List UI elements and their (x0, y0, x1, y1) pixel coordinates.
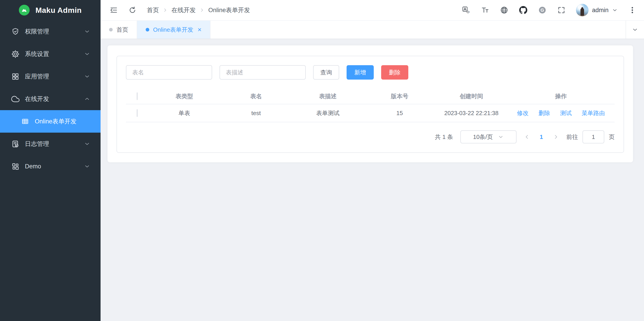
column-header: 表名 (220, 92, 292, 100)
tab-online-form-dev[interactable]: Online表单开发 × (137, 21, 210, 39)
pager: 1 (524, 133, 559, 140)
table-row: 单表 test 表单测试 15 2023-03-22 22:21:38 修改 删… (126, 104, 614, 122)
tab-bar: 首页 Online表单开发 × (100, 20, 644, 39)
page-number[interactable]: 1 (540, 133, 543, 140)
chevron-down-icon (612, 7, 618, 13)
breadcrumb-item-current: Online表单开发 (208, 6, 250, 14)
edit-link[interactable]: 修改 (517, 109, 528, 117)
table-name-input[interactable] (126, 65, 212, 80)
delete-button[interactable]: 删除 (381, 65, 408, 80)
tab-label: Online表单开发 (153, 26, 193, 34)
user-name: admin (592, 7, 608, 14)
main-area: 首页 在线开发 Online表单开发 中 (100, 0, 644, 321)
search-toolbar: 查询 新增 删除 (126, 65, 614, 80)
table-header-row: 表类型 表名 表描述 版本号 创建时间 操作 (126, 89, 614, 104)
column-header: 表描述 (292, 92, 364, 100)
app-root: Maku Admin 权限管理 系统设置 应用管理 在线开发 (0, 0, 644, 321)
column-header: 表类型 (148, 92, 220, 100)
chevron-down-icon (84, 73, 90, 80)
column-header: 操作 (507, 92, 614, 100)
page-unit-label: 页 (609, 133, 614, 141)
page-panel: 查询 新增 删除 表类型 表名 表描述 版本号 创建时间 操作 (108, 45, 633, 162)
goto-label: 前往 (566, 133, 578, 141)
test-link[interactable]: 测试 (560, 109, 572, 117)
sidebar-item-log-management[interactable]: 日志管理 (0, 133, 100, 155)
logo-icon (19, 5, 30, 16)
log-check-icon (11, 140, 20, 148)
row-checkbox[interactable] (137, 109, 138, 117)
sidebar-item-system-settings[interactable]: 系统设置 (0, 43, 100, 65)
chevron-down-icon (498, 134, 504, 140)
cell-created-time: 2023-03-22 22:21:38 (436, 110, 507, 117)
sidebar-menu: 权限管理 系统设置 应用管理 在线开发 Online表单开发 (0, 20, 100, 178)
add-button[interactable]: 新增 (346, 65, 374, 80)
header-right: 中 G admin (462, 4, 637, 17)
breadcrumb-item-home[interactable]: 首页 (147, 6, 159, 14)
menu-route-link[interactable]: 菜单路由 (582, 109, 605, 117)
sidebar-item-online-dev[interactable]: 在线开发 (0, 88, 100, 110)
sidebar-item-label: Online表单开发 (35, 117, 90, 125)
user-menu[interactable]: admin (576, 4, 618, 17)
sidebar-item-app-management[interactable]: 应用管理 (0, 65, 100, 88)
cell-table-name: test (220, 110, 292, 117)
next-page-icon[interactable] (553, 134, 559, 140)
chevron-down-icon (84, 28, 90, 35)
content-area: 查询 新增 删除 表类型 表名 表描述 版本号 创建时间 操作 (100, 39, 644, 321)
refresh-icon[interactable] (128, 6, 137, 15)
tabs-dropdown-button[interactable] (626, 21, 644, 39)
prev-page-icon[interactable] (524, 134, 530, 140)
shield-check-icon (11, 28, 20, 36)
logo[interactable]: Maku Admin (0, 0, 100, 20)
page-size-select[interactable]: 10条/页 (460, 130, 516, 143)
query-button[interactable]: 查询 (313, 65, 339, 80)
page-jumper: 前往 页 (566, 130, 614, 143)
table-desc-input[interactable] (220, 65, 306, 80)
tab-close-icon[interactable]: × (198, 26, 202, 33)
select-all-checkbox[interactable] (137, 92, 138, 100)
chevron-down-icon (84, 141, 90, 147)
sidebar-item-label: 系统设置 (25, 50, 78, 58)
collapse-sidebar-icon[interactable] (109, 6, 118, 15)
breadcrumb-item-online-dev[interactable]: 在线开发 (172, 6, 196, 14)
sidebar: Maku Admin 权限管理 系统设置 应用管理 在线开发 (0, 0, 100, 321)
sidebar-item-demo[interactable]: Demo (0, 155, 100, 178)
fullscreen-icon[interactable] (557, 6, 566, 15)
translate-icon[interactable]: 中 (462, 6, 470, 15)
sidebar-item-label: 日志管理 (25, 140, 78, 148)
app-title: Maku Admin (36, 6, 82, 15)
tab-home[interactable]: 首页 (100, 21, 137, 39)
sidebar-item-online-form-dev[interactable]: Online表单开发 (0, 110, 100, 133)
cell-table-type: 单表 (148, 109, 220, 117)
tab-dot (146, 28, 149, 32)
chevron-down-icon (632, 27, 638, 33)
gitee-icon[interactable]: G (538, 6, 547, 15)
cell-version: 15 (364, 110, 436, 117)
chevron-right-icon (162, 8, 168, 13)
sidebar-item-label: 权限管理 (25, 28, 78, 36)
font-size-icon[interactable] (480, 6, 490, 15)
table-card: 查询 新增 删除 表类型 表名 表描述 版本号 创建时间 操作 (116, 56, 624, 153)
gear-icon (11, 50, 20, 58)
github-icon[interactable] (519, 6, 528, 15)
delete-link[interactable]: 删除 (538, 109, 550, 117)
data-table: 表类型 表名 表描述 版本号 创建时间 操作 单表 test 表单测试 (126, 89, 614, 122)
page-jump-input[interactable] (582, 130, 604, 143)
table-icon (21, 118, 29, 125)
page-size-value: 10条/页 (473, 133, 493, 141)
sidebar-item-label: 应用管理 (25, 72, 78, 80)
globe-icon[interactable] (500, 6, 509, 15)
kebab-menu-icon[interactable] (628, 6, 637, 15)
breadcrumb: 首页 在线开发 Online表单开发 (147, 6, 250, 14)
avatar (576, 4, 588, 17)
cloud-icon (11, 95, 20, 103)
chevron-right-icon (199, 8, 205, 13)
chevron-down-icon (84, 163, 90, 170)
row-actions: 修改 删除 测试 菜单路由 (507, 109, 614, 117)
pagination: 共 1 条 10条/页 1 前往 页 (126, 130, 614, 143)
tab-label: 首页 (116, 26, 128, 34)
cell-table-desc: 表单测试 (292, 109, 364, 117)
header: 首页 在线开发 Online表单开发 中 (100, 0, 644, 20)
column-header: 版本号 (364, 92, 436, 100)
components-icon (11, 162, 20, 171)
sidebar-item-permissions[interactable]: 权限管理 (0, 20, 100, 43)
